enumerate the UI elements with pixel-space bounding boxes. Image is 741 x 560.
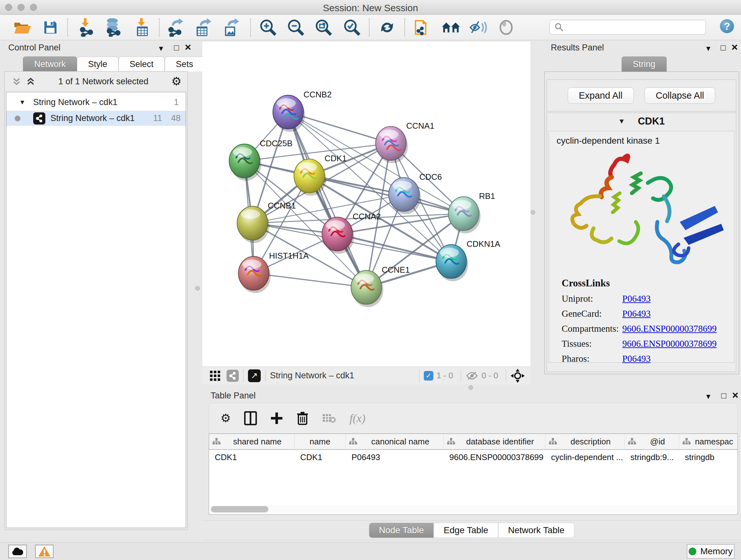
birdseye-crosshair-icon[interactable] — [511, 369, 525, 383]
cell-description[interactable]: cyclin-dependent ... — [545, 450, 625, 464]
bottom-splitter-handle[interactable] — [468, 385, 473, 390]
column-header-description[interactable]: description — [545, 434, 625, 449]
panel-close-icon[interactable]: × — [731, 41, 738, 53]
zoom-fit-button[interactable] — [314, 18, 333, 37]
pharos-link[interactable]: P06493 — [622, 354, 651, 364]
column-type-icon — [447, 438, 455, 445]
save-session-button[interactable] — [41, 18, 60, 37]
detach-view-icon[interactable]: ↗ — [248, 369, 261, 382]
home-button[interactable] — [441, 18, 461, 37]
function-builder-icon: f(x) — [349, 412, 365, 425]
tab-select[interactable]: Select — [118, 57, 165, 71]
column-header-shared-name[interactable]: shared name — [209, 434, 294, 449]
memory-button[interactable]: Memory — [687, 544, 735, 559]
show-columns-icon[interactable] — [244, 411, 257, 425]
panel-minimize-icon[interactable]: ▾ — [159, 44, 163, 53]
tab-network[interactable]: Network — [23, 57, 77, 71]
open-session-button[interactable] — [13, 18, 32, 37]
uniprot-link[interactable]: P06493 — [622, 294, 651, 304]
section-expander-icon[interactable]: ▼ — [618, 117, 625, 125]
network-node-HIST1H1A[interactable]: HIST1H1A — [239, 251, 309, 293]
export-table-button[interactable] — [194, 18, 213, 37]
network-node-RB1[interactable]: RB1 — [448, 191, 495, 233]
table-horizontal-scrollbar[interactable] — [210, 505, 736, 513]
table-row[interactable]: CDK1 CDK1 P06493 9606.ENSP00000378699 cy… — [209, 450, 738, 464]
panel-close-icon[interactable]: × — [185, 41, 191, 53]
protein-description: cyclin-dependent kinase 1 — [549, 131, 734, 146]
network-view-icon[interactable] — [226, 370, 239, 382]
search-box[interactable] — [549, 20, 706, 35]
cdk1-section-header[interactable]: ▼ CDK1 — [547, 113, 736, 130]
panel-minimize-icon[interactable]: ▾ — [706, 44, 711, 53]
network-node-CDK1[interactable]: CDK1 — [294, 153, 347, 196]
network-node-CDKN1A[interactable]: CDKN1A — [436, 239, 500, 281]
cell-id[interactable]: stringdb:9... — [624, 450, 679, 464]
expand-all-button[interactable]: Expand All — [568, 87, 634, 104]
left-splitter-handle[interactable] — [195, 286, 200, 291]
panel-close-icon[interactable]: × — [732, 389, 738, 401]
column-header-name[interactable]: name — [294, 434, 346, 449]
export-image-button[interactable] — [221, 18, 241, 37]
add-column-icon[interactable] — [270, 411, 283, 425]
warning-status-button[interactable] — [35, 545, 54, 558]
cell-shared-name[interactable]: CDK1 — [209, 450, 294, 464]
import-table-button[interactable] — [133, 18, 152, 37]
panel-float-icon[interactable]: □ — [721, 391, 726, 401]
network-canvas[interactable]: CCNB2CCNA1CDC25BCDK1CDC6RB1CCNB1CCNA2CDK… — [202, 42, 530, 367]
cell-database-identifier[interactable]: 9606.ENSP00000378699 — [444, 450, 545, 464]
tab-style[interactable]: Style — [77, 57, 118, 71]
right-splitter-handle[interactable] — [531, 210, 535, 214]
export-network-button[interactable] — [166, 18, 185, 37]
expand-all-icon[interactable] — [26, 77, 36, 86]
panel-float-icon[interactable]: □ — [721, 43, 726, 53]
zoom-out-button[interactable] — [286, 18, 306, 37]
table-options-gear-icon[interactable]: ⚙ — [220, 412, 231, 425]
hidden-eye-icon[interactable] — [466, 371, 478, 381]
network-edge-CCNA2-CDKN1A[interactable] — [337, 234, 451, 261]
delete-column-icon[interactable] — [296, 411, 309, 426]
collapse-all-button[interactable]: Collapse All — [645, 87, 716, 104]
hide-glass-button[interactable] — [469, 18, 488, 37]
tissues-link[interactable]: 9606.ENSP00000378699 — [622, 338, 717, 349]
tab-node-table[interactable]: Node Table — [369, 523, 434, 538]
collapse-all-icon[interactable] — [12, 77, 21, 86]
tab-sets[interactable]: Sets — [165, 57, 204, 71]
column-header-id[interactable]: @id — [624, 434, 679, 449]
cloud-status-button[interactable] — [8, 545, 27, 558]
network-collection-row[interactable]: ▼ String Network – cdk1 1 — [6, 95, 186, 110]
tab-edge-table[interactable]: Edge Table — [434, 523, 498, 538]
help-button[interactable]: ? — [720, 19, 734, 33]
apply-layout-button[interactable] — [378, 18, 397, 37]
zoom-selected-button[interactable] — [342, 18, 361, 37]
column-header-namespace[interactable]: namespac — [679, 434, 738, 449]
genecard-link[interactable]: P06493 — [622, 308, 651, 319]
import-network-database-button[interactable] — [104, 18, 123, 37]
search-input[interactable] — [567, 22, 705, 32]
panel-float-icon[interactable]: □ — [174, 43, 179, 53]
column-header-database-identifier[interactable]: database identifier — [444, 434, 545, 449]
cell-namespace[interactable]: stringdb — [679, 450, 738, 464]
grid-view-icon[interactable] — [209, 370, 221, 381]
collection-count: 1 — [174, 98, 179, 107]
panel-minimize-icon[interactable]: ▾ — [706, 391, 711, 401]
column-header-canonical-name[interactable]: canonical name — [346, 434, 444, 449]
network-options-gear-icon[interactable]: ⚙ — [172, 75, 182, 88]
cell-canonical-name[interactable]: P06493 — [346, 450, 444, 464]
tree-expander-icon[interactable]: ▼ — [19, 99, 25, 106]
compartments-link[interactable]: 9606.ENSP00000378699 — [622, 323, 717, 334]
network-node-CCNE1[interactable]: CCNE1 — [351, 265, 410, 307]
tab-string[interactable]: String — [622, 57, 667, 71]
zoom-in-button[interactable] — [259, 18, 278, 37]
cell-name[interactable]: CDK1 — [294, 450, 346, 464]
import-network-file-button[interactable] — [77, 18, 96, 37]
network-node-CDC6[interactable]: CDC6 — [389, 172, 442, 214]
clone-network-button[interactable] — [412, 18, 431, 37]
scrollbar-thumb[interactable] — [211, 506, 268, 512]
selected-checkbox-icon[interactable]: ✓ — [424, 371, 433, 381]
tab-network-table[interactable]: Network Table — [498, 523, 575, 538]
network-row[interactable]: String Network – cdk1 11 48 — [6, 111, 186, 126]
presentation-mode-button[interactable] — [496, 18, 516, 37]
table-panel-header: Table Panel ▾ □ × — [202, 390, 741, 403]
network-edge-CCNB2-CCNE1[interactable] — [288, 112, 366, 287]
network-node-CCNB2[interactable]: CCNB2 — [273, 90, 332, 132]
